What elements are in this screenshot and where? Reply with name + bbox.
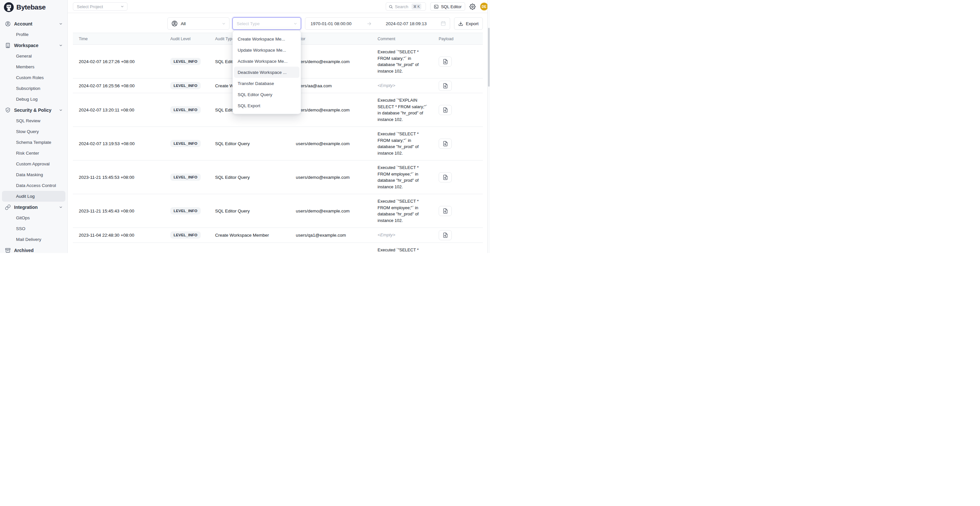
scrollbar-thumb[interactable] — [488, 28, 490, 87]
chevron-down-icon — [59, 43, 63, 48]
search-box[interactable]: ⌘ K — [386, 2, 426, 11]
logo[interactable]: Bytebase — [0, 0, 67, 14]
sidebar-item[interactable]: Subscription — [2, 83, 65, 94]
cell-time: 2024-02-07 13:20:11 +08:00 — [73, 108, 164, 113]
cell-time: 2023-11-21 15:45:53 +08:00 — [73, 175, 164, 180]
building-icon — [5, 43, 11, 48]
cell-actor: users/demo@example.com — [290, 175, 372, 180]
topbar-actions: ⌘ K SQL Editor DE — [386, 0, 488, 13]
cell-time: 2024-02-07 16:25:56 +08:00 — [73, 83, 164, 88]
dropdown-option[interactable]: Deactivate Workspace ... — [234, 67, 299, 78]
sidebar-item[interactable]: Audit Log — [2, 191, 65, 202]
file-search-icon — [442, 141, 448, 146]
cell-time: 2024-02-07 13:19:53 +08:00 — [73, 141, 164, 146]
actor-filter-select[interactable]: All — [167, 18, 229, 30]
sql-editor-button[interactable]: SQL Editor — [430, 2, 465, 11]
chevron-down-icon — [222, 22, 226, 26]
cell-payload — [433, 172, 483, 182]
user-circle-icon — [171, 20, 178, 27]
cell-payload — [433, 57, 483, 67]
file-search-icon — [442, 232, 448, 238]
payload-view-button[interactable] — [439, 230, 452, 240]
sidebar-section-integration-items: GitOpsSSOMail Delivery — [0, 212, 67, 245]
cell-actor: users/demo@example.com — [290, 141, 372, 146]
cell-comment: Executed `"EXPLAIN SELECT * FROM salary;… — [372, 93, 433, 126]
cell-actor: users/demo@example.com — [290, 108, 372, 113]
sidebar-section-integration[interactable]: Integration — [0, 202, 67, 212]
payload-view-button[interactable] — [439, 172, 452, 182]
cell-audit-type: Create Workspace Member — [209, 233, 290, 238]
dropdown-option[interactable]: Transfer Database — [234, 78, 299, 89]
level-badge: LEVEL_INFO — [170, 82, 201, 89]
export-button[interactable]: Export — [454, 18, 483, 30]
sidebar-item[interactable]: Risk Center — [2, 148, 65, 159]
sidebar-item[interactable]: SQL Review — [2, 115, 65, 126]
sidebar-section-account[interactable]: Account — [0, 18, 67, 29]
sidebar-section-archived[interactable]: Archived — [0, 245, 67, 253]
sidebar-item[interactable]: Custom Approval — [2, 159, 65, 169]
sidebar-nav: Account Profile Workspace GeneralMembers… — [0, 14, 67, 253]
dropdown-option[interactable]: SQL Editor Query — [234, 89, 299, 100]
payload-view-button[interactable] — [439, 138, 452, 149]
user-avatar[interactable]: DE — [480, 3, 488, 10]
calendar-icon[interactable] — [441, 21, 446, 26]
cell-audit-level: LEVEL_INFO — [164, 140, 209, 147]
sidebar-section-label: Archived — [14, 248, 63, 253]
table-row: 2023-11-04 01:06:24 +08:00 LEVEL_INFO SQ… — [73, 243, 483, 253]
level-badge: LEVEL_INFO — [170, 231, 201, 239]
project-select[interactable]: Select Project — [73, 2, 127, 11]
sidebar-section-security-policy[interactable]: Security & Policy — [0, 105, 67, 115]
search-input[interactable] — [395, 4, 410, 9]
cell-comment: Executed `"SELECT * FROM salary;"` in da… — [372, 45, 433, 78]
dropdown-option[interactable]: Update Workspace Me... — [234, 45, 299, 56]
brand-name: Bytebase — [16, 3, 45, 11]
cell-actor: users/demo@example.com — [290, 208, 372, 213]
type-filter-select[interactable]: Select Type — [232, 18, 301, 30]
date-from-input[interactable]: 1970-01-01 08:00:00 — [310, 21, 367, 26]
file-search-icon — [442, 175, 448, 180]
sidebar-section-label: Integration — [14, 205, 59, 210]
sidebar-item[interactable]: Data Access Control — [2, 180, 65, 191]
main-content: Select Project ⌘ K SQL Editor DE — [68, 0, 490, 253]
sidebar-item[interactable]: Debug Log — [2, 94, 65, 105]
sidebar: Bytebase Account Profile Workspace — [0, 0, 68, 253]
column-header-comment: Comment — [372, 37, 433, 41]
payload-view-button[interactable] — [439, 105, 452, 115]
payload-view-button[interactable] — [439, 206, 452, 216]
sidebar-item[interactable]: Schema Template — [2, 137, 65, 148]
cell-comment: Executed `"SELECT * FROM department;"` i… — [372, 243, 433, 253]
sidebar-item[interactable]: Mail Delivery — [2, 234, 65, 245]
cell-time: 2024-02-07 16:27:26 +08:00 — [73, 59, 164, 64]
cell-actor: users/demo@example.com — [290, 59, 372, 64]
search-icon — [389, 5, 393, 9]
sidebar-section-label: Workspace — [14, 43, 59, 48]
dropdown-option[interactable]: Activate Workspace Me... — [234, 56, 299, 67]
payload-view-button[interactable] — [439, 57, 452, 67]
sidebar-section-workspace-items: GeneralMembersCustom RolesSubscriptionDe… — [0, 51, 67, 105]
sql-editor-label: SQL Editor — [441, 4, 461, 9]
sidebar-item[interactable]: SSO — [2, 223, 65, 234]
link-icon — [5, 204, 11, 210]
cell-audit-level: LEVEL_INFO — [164, 173, 209, 181]
file-search-icon — [442, 208, 448, 214]
type-dropdown-options: Create Workspace Me...Update Workspace M… — [234, 33, 299, 111]
level-badge: LEVEL_INFO — [170, 58, 201, 65]
cell-audit-level: LEVEL_INFO — [164, 106, 209, 113]
settings-gear-icon[interactable] — [469, 3, 476, 10]
dropdown-option[interactable]: SQL Export — [234, 100, 299, 111]
sidebar-item[interactable]: Members — [2, 62, 65, 72]
sidebar-item[interactable]: Profile — [2, 29, 65, 40]
scrollbar[interactable] — [487, 0, 490, 253]
sidebar-section-workspace[interactable]: Workspace — [0, 40, 67, 51]
dropdown-option[interactable]: Create Workspace Me... — [234, 33, 299, 45]
sidebar-item[interactable]: GitOps — [2, 212, 65, 223]
sidebar-section-label: Security & Policy — [14, 108, 59, 113]
date-to-input[interactable]: 2024-02-07 18:09:13 — [386, 21, 441, 26]
sidebar-item[interactable]: Data Masking — [2, 169, 65, 180]
sidebar-item[interactable]: General — [2, 51, 65, 62]
arrow-right-icon — [367, 21, 372, 26]
payload-view-button[interactable] — [439, 81, 452, 91]
sidebar-item[interactable]: Custom Roles — [2, 72, 65, 83]
sidebar-item[interactable]: Slow Query — [2, 126, 65, 137]
date-range-picker[interactable]: 1970-01-01 08:00:00 2024-02-07 18:09:13 — [305, 18, 450, 30]
